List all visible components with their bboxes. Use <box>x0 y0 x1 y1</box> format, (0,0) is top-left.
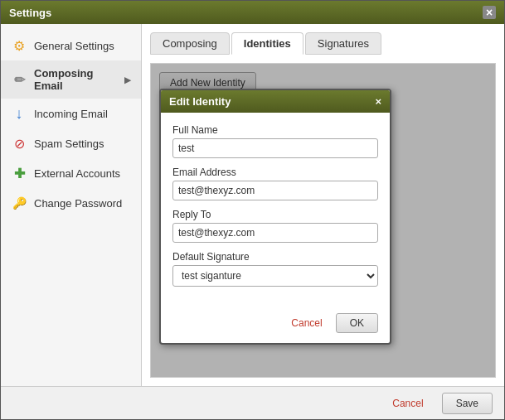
modal-ok-button[interactable]: OK <box>336 313 378 333</box>
external-icon: ✚ <box>11 165 27 181</box>
modal-footer: Cancel OK <box>161 307 390 343</box>
sidebar-item-external[interactable]: ✚ External Accounts <box>1 158 141 188</box>
bottom-cancel-button[interactable]: Cancel <box>381 393 435 413</box>
settings-window: Settings × ⚙ General Settings ✏ Composin… <box>0 0 505 420</box>
tab-composing[interactable]: Composing <box>150 32 230 55</box>
sidebar-item-spam[interactable]: ⊘ Spam Settings <box>1 128 141 158</box>
reply-to-label: Reply To <box>172 209 378 220</box>
modal-title: Edit Identity <box>169 95 231 108</box>
full-name-group: Full Name <box>172 124 378 158</box>
sidebar-label-spam: Spam Settings <box>34 138 131 150</box>
email-address-input[interactable] <box>172 181 378 200</box>
tab-signatures[interactable]: Signatures <box>305 32 381 55</box>
tab-bar: Composing Identities Signatures <box>150 32 496 55</box>
window-title: Settings <box>9 7 51 19</box>
reply-to-group: Reply To <box>172 209 378 243</box>
edit-identity-modal: Edit Identity × Full Name Email Address <box>159 89 391 345</box>
sidebar-label-incoming: Incoming Email <box>34 108 131 120</box>
default-signature-select[interactable]: test siganture <box>172 265 378 287</box>
sidebar-label-general: General Settings <box>34 40 131 52</box>
main-content: ⚙ General Settings ✏ Composing Email ▶ ↓… <box>1 24 504 386</box>
sidebar: ⚙ General Settings ✏ Composing Email ▶ ↓… <box>1 24 142 386</box>
content-area: Composing Identities Signatures Add New … <box>142 24 504 386</box>
window-close-button[interactable]: × <box>483 6 496 19</box>
reply-to-input[interactable] <box>172 223 378 243</box>
spam-icon: ⊘ <box>11 135 27 152</box>
sidebar-item-composing[interactable]: ✏ Composing Email ▶ <box>1 60 141 99</box>
compose-icon: ✏ <box>11 71 27 88</box>
composing-arrow-icon: ▶ <box>124 75 131 84</box>
gear-icon: ⚙ <box>11 37 27 54</box>
default-signature-label: Default Signature <box>172 251 378 263</box>
full-name-input[interactable] <box>172 138 378 158</box>
full-name-label: Full Name <box>172 124 378 136</box>
sidebar-label-external: External Accounts <box>34 167 131 180</box>
bottom-save-button[interactable]: Save <box>442 393 493 414</box>
bottom-bar: Cancel Save <box>1 386 504 419</box>
tab-identities[interactable]: Identities <box>231 32 303 55</box>
modal-cancel-button[interactable]: Cancel <box>284 313 328 333</box>
default-signature-group: Default Signature test siganture <box>172 251 378 287</box>
sidebar-item-password[interactable]: 🔑 Change Password <box>1 188 141 218</box>
modal-close-button[interactable]: × <box>375 95 381 108</box>
tab-content-identities: Add New Identity Edit Identity × Full Na… <box>150 63 496 378</box>
email-address-group: Email Address <box>172 167 378 200</box>
sidebar-item-incoming[interactable]: ↓ Incoming Email <box>1 99 141 128</box>
sidebar-item-general[interactable]: ⚙ General Settings <box>1 31 141 60</box>
modal-titlebar: Edit Identity × <box>161 90 390 113</box>
sidebar-label-password: Change Password <box>34 197 131 210</box>
modal-body: Full Name Email Address Reply To <box>161 113 390 307</box>
sidebar-label-composing: Composing Email <box>34 67 118 92</box>
modal-overlay: Edit Identity × Full Name Email Address <box>151 64 495 377</box>
password-icon: 🔑 <box>11 195 27 211</box>
titlebar: Settings × <box>1 1 504 24</box>
email-address-label: Email Address <box>172 167 378 178</box>
incoming-icon: ↓ <box>11 105 27 122</box>
